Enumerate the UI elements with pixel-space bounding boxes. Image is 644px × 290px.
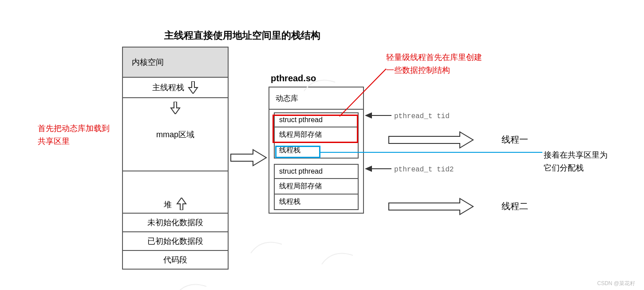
blue-highlight-box xyxy=(275,146,320,158)
right-arrow-icon xyxy=(231,149,266,167)
watermark: CSDN @菜花籽 xyxy=(597,280,635,287)
note-alloc-line1: 接着在共享区里为 xyxy=(544,151,608,159)
blue-connector-line xyxy=(320,151,542,154)
scuff-icon xyxy=(320,249,355,266)
note-load-lib: 首先把动态库加载到 共享区里 xyxy=(38,122,110,148)
thread2-label: 线程二 xyxy=(502,199,528,213)
data-cell: 已初始化数据段 xyxy=(123,232,228,251)
text-cell: 代码段 xyxy=(123,251,228,269)
kernel-space-cell: 内核空间 xyxy=(123,48,228,78)
note-line1: 首先把动态库加载到 xyxy=(38,124,110,133)
heap-label: 堆 xyxy=(164,199,172,210)
bss-cell: 未初始化数据段 xyxy=(123,214,228,232)
tid1-label: pthread_t tid xyxy=(394,111,450,123)
main-stack-label: 主线程栈 xyxy=(152,82,184,93)
up-arrow-icon xyxy=(176,198,187,210)
thread1-label: 线程一 xyxy=(502,132,528,147)
tid2-label: pthread_t tid2 xyxy=(394,164,454,176)
scuff-icon xyxy=(302,75,337,93)
address-space-box: 内核空间 主线程栈 mmap区域 堆 未初始化数据段 已初始化数据段 代码段 xyxy=(122,47,229,270)
main-stack-cell: 主线程栈 xyxy=(123,78,228,98)
struct-pthread-2: struct pthread xyxy=(275,165,358,179)
svg-marker-3 xyxy=(365,166,372,172)
tls-2: 线程局部存储 xyxy=(275,179,358,195)
scuff-icon xyxy=(173,280,209,290)
note-line2: 共享区里 xyxy=(38,137,70,146)
thread2-struct-table: struct pthread 线程局部存储 线程栈 xyxy=(274,164,359,210)
scuff-icon xyxy=(249,238,284,255)
note-create-struct: 轻量级线程首先在库里创建 一些数据控制结构 xyxy=(386,51,482,77)
mmap-label: mmap区域 xyxy=(156,129,194,140)
down-arrow-icon xyxy=(188,81,198,94)
note-alloc-stack: 接着在共享区里为 它们分配栈 xyxy=(544,149,608,175)
note-create-line1: 轻量级线程首先在库里创建 xyxy=(386,53,482,62)
stack-2: 线程栈 xyxy=(275,195,358,209)
pointer-arrow-icon xyxy=(365,164,391,173)
red-connector-line xyxy=(337,67,391,120)
svg-line-4 xyxy=(340,69,386,116)
diagram-title: 主线程直接使用地址空间里的栈结构 xyxy=(164,29,320,42)
mmap-cell: mmap区域 xyxy=(123,98,228,171)
note-create-line2: 一些数据控制结构 xyxy=(386,66,450,75)
heap-cell: 堆 xyxy=(123,171,228,214)
right-arrow-icon xyxy=(389,131,473,149)
right-arrow-icon xyxy=(389,198,473,215)
down-arrow-icon xyxy=(170,102,181,114)
note-alloc-line2: 它们分配栈 xyxy=(544,163,584,172)
